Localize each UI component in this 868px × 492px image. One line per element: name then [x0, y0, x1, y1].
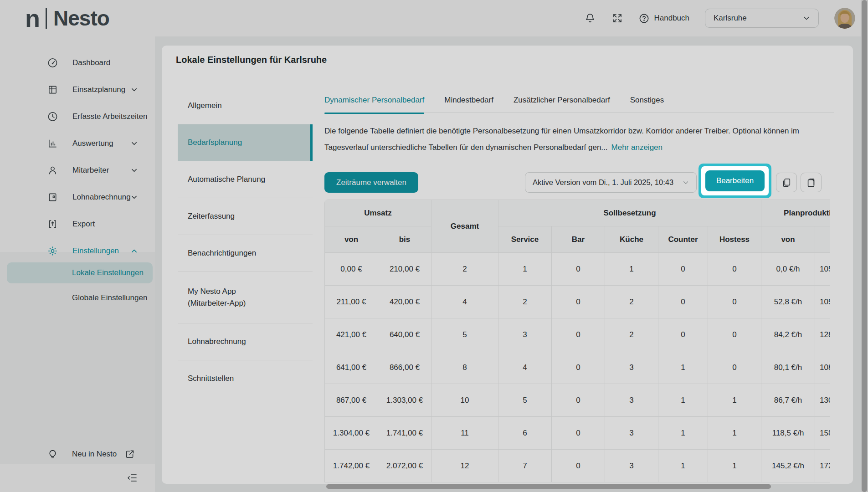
table-cell: 86,7 €/h: [761, 384, 815, 417]
nesto-logo[interactable]: n Nesto: [25, 0, 109, 36]
clock-icon: [47, 111, 58, 122]
mehr-anzeigen-link[interactable]: Mehr anzeigen: [611, 143, 663, 152]
table-cell: 118,5 €/h: [761, 417, 815, 450]
window-scrollbar: [861, 0, 868, 492]
sidebar-item-label: Export: [72, 220, 95, 229]
chevron-down-icon: [131, 194, 138, 200]
table-cell: 1: [658, 417, 708, 450]
table-cell: 8: [431, 351, 498, 384]
table-row: 421,00 €640,00 €53020084,2 €/h128,0 €/h: [325, 318, 831, 351]
settings-nav-automatische-planung[interactable]: Automatische Planung: [178, 161, 313, 198]
handbuch-link[interactable]: Handbuch: [639, 13, 689, 24]
version-select[interactable]: Aktive Version vom Di., 1. Juli 2025, 10…: [525, 172, 697, 193]
settings-nav-benachrichtigungen[interactable]: Benachrichtigungen: [178, 235, 313, 272]
sidebar-item-lohnabrechnung[interactable]: Lohnabrechnung: [0, 184, 155, 210]
description-line1: Die folgende Tabelle definiert die benöt…: [324, 127, 799, 135]
sidebar-item-label: Lohnabrechnung: [72, 193, 131, 202]
edit-button[interactable]: Bearbeiten: [705, 170, 765, 191]
chevron-down-icon: [803, 15, 810, 22]
column-header-service-2: Service: [498, 226, 552, 253]
topbar: n Nesto Handbuch Karlsruhe: [0, 0, 868, 36]
table-cell: 1: [658, 351, 708, 384]
table-cell: 1: [708, 417, 761, 450]
settings-nav-lohnabrechnung[interactable]: Lohnabrechnung: [178, 323, 313, 360]
table-cell: 1.304,00 €: [325, 417, 378, 450]
collapse-sidebar-icon[interactable]: [127, 472, 138, 483]
sidebar-nav: DashboardEinsatzplanungErfasste Arbeitsz…: [0, 49, 155, 264]
table-cell: 2: [605, 318, 658, 351]
column-header-counter-5: Counter: [658, 226, 708, 253]
table-cell: 2: [431, 253, 498, 286]
table-cell: 3: [605, 351, 658, 384]
tab-zus-tzlicher-personalbedarf[interactable]: Zusätzlicher Personalbedarf: [514, 87, 610, 113]
sidebar-item-lokale-einstellungen[interactable]: Lokale Einstellungen: [7, 262, 153, 283]
settings-nav-allgemein[interactable]: Allgemein: [178, 87, 313, 124]
table-sub-header-row: vonbisServiceBarKücheCounterHostessvonbi…: [325, 226, 831, 253]
app-window: n Nesto Handbuch Karlsruhe: [0, 0, 868, 492]
scrollbar-thumb[interactable]: [326, 484, 771, 489]
table-cell: 0: [552, 384, 605, 417]
table-cell: 0: [658, 286, 708, 318]
column-group-umsatz: Umsatz: [325, 200, 431, 226]
bell-icon[interactable]: [584, 12, 596, 24]
fullscreen-icon[interactable]: [611, 12, 623, 24]
sidebar-item-auswertung[interactable]: Auswertung: [0, 130, 155, 157]
tab-sonstiges[interactable]: Sonstiges: [630, 87, 664, 113]
table-cell: 128,0 €/h: [815, 318, 830, 351]
table-row: 0,00 €210,00 €2101000,0 €/h105,0 €/h: [325, 253, 831, 286]
column-header-bis-8: bis: [815, 226, 830, 253]
table-cell: 130,3 €/h: [815, 384, 830, 417]
settings-nav-label: Bedarfsplanung: [188, 138, 242, 147]
copy-version-button[interactable]: [776, 173, 797, 192]
table-cell: 3: [605, 417, 658, 450]
demand-table-wrap: Umsatz Gesamt Sollbesetzung Planprodukti…: [324, 200, 830, 482]
table-cell: 0: [708, 286, 761, 318]
settings-nav-bedarfsplanung[interactable]: Bedarfsplanung: [178, 124, 313, 161]
table-cell: 0: [552, 417, 605, 450]
sidebar-item-label: Mitarbeiter: [72, 166, 109, 175]
sidebar-bottom-bar: [0, 464, 155, 492]
export-icon: [47, 219, 58, 229]
tab-mindestbedarf[interactable]: Mindestbedarf: [444, 87, 493, 113]
sidebar-item-dashboard[interactable]: Dashboard: [0, 49, 155, 76]
settings-nav-label: Lohnabrechnung: [188, 337, 246, 346]
copy-icon: [781, 178, 791, 188]
sidebar-submenu-panel: [0, 252, 155, 464]
column-gesamt: Gesamt: [431, 200, 498, 253]
sidebar-item-globale-einstellungen[interactable]: Globale Einstellungen: [0, 287, 155, 308]
sidebar-item-erfasste-arbeitszeiten[interactable]: Erfasste Arbeitszeiten: [0, 103, 155, 130]
window-scrollbar-thumb[interactable]: [862, 0, 867, 492]
paste-version-button[interactable]: [801, 173, 822, 192]
table-cell: 84,2 €/h: [761, 318, 815, 351]
location-select[interactable]: Karlsruhe: [705, 9, 819, 28]
page-title: Lokale Einstellungen für Karlsruhe: [176, 55, 327, 65]
settings-nav-my-nesto-app[interactable]: My Nesto App(Mitarbeiter-App): [178, 272, 313, 323]
lightbulb-icon: [47, 449, 58, 460]
table-cell: 172,7 €/h: [815, 450, 830, 482]
table-cell: 866,00 €: [378, 351, 431, 384]
table-cell: 3: [605, 450, 658, 482]
grid-icon: [47, 84, 58, 95]
sidebar-item-mitarbeiter[interactable]: Mitarbeiter: [0, 157, 155, 184]
sidebar-item-export[interactable]: Export: [0, 210, 155, 237]
sidebar-item-einstellungen[interactable]: Einstellungen: [0, 237, 155, 264]
table-cell: 2.072,00 €: [378, 450, 431, 482]
whats-new-label[interactable]: Neu in Nesto: [72, 450, 117, 459]
settings-card: Lokale Einstellungen für Karlsruhe Allge…: [162, 46, 853, 484]
table-row: 641,00 €866,00 €84031080,1 €/h108,3 €/h: [325, 351, 831, 384]
sidebar-item-label: Auswertung: [72, 139, 113, 148]
sidebar-item-einsatzplanung[interactable]: Einsatzplanung: [0, 76, 155, 103]
manage-periods-button[interactable]: Zeiträume verwalten: [324, 172, 418, 193]
table-cell: 0,0 €/h: [761, 253, 815, 286]
external-link-icon[interactable]: [125, 449, 135, 459]
column-header-bar-3: Bar: [552, 226, 605, 253]
column-header-von-0: von: [325, 226, 378, 253]
user-avatar[interactable]: [834, 8, 855, 29]
settings-nav-schnittstellen[interactable]: Schnittstellen: [178, 360, 313, 397]
clipboard-icon: [806, 178, 816, 188]
tab-dynamischer-personalbedarf[interactable]: Dynamischer Personalbedarf: [324, 87, 424, 113]
table-cell: 1: [658, 450, 708, 482]
settings-nav-zeiterfassung[interactable]: Zeiterfassung: [178, 198, 313, 235]
gauge-icon: [47, 57, 58, 68]
table-cell: 11: [431, 417, 498, 450]
